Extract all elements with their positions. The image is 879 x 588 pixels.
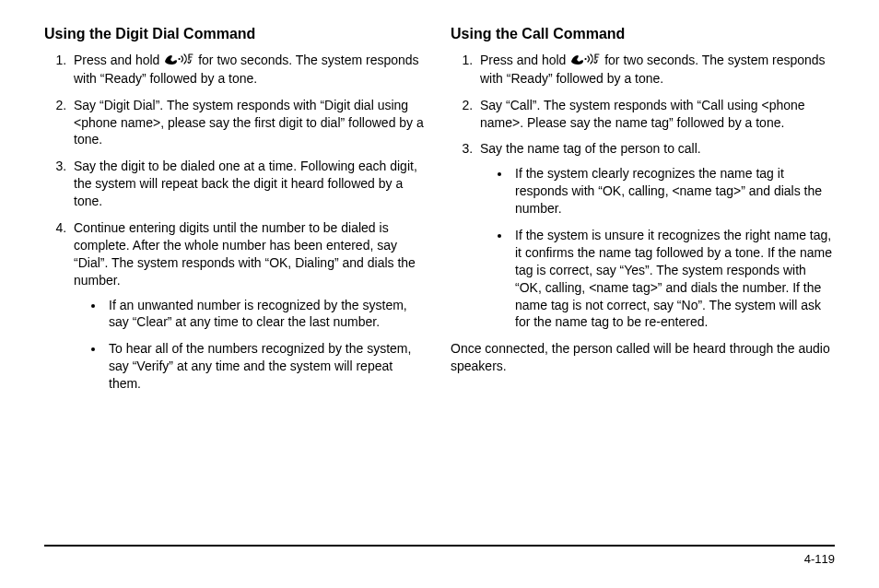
right-step-list: Press and hold for two seconds. The syst…: [451, 52, 835, 331]
phone-voice-icon: [569, 53, 601, 70]
step-text-pre: Press and hold: [480, 53, 569, 67]
list-item: Say “Digit Dial”. The system responds wi…: [70, 97, 428, 149]
outro-text: Once connected, the person called will b…: [451, 340, 835, 375]
right-column: Using the Call Command Press and hold fo…: [451, 26, 835, 402]
step-text: Continue entering digits until the numbe…: [74, 220, 416, 288]
phone-voice-icon: [163, 53, 194, 70]
list-item: Say the digit to be dialed one at a time…: [70, 158, 428, 210]
list-item: Say “Call”. The system responds with “Ca…: [476, 97, 835, 132]
manual-page: Using the Digit Dial Command Press and h…: [0, 0, 879, 588]
left-heading: Using the Digit Dial Command: [44, 26, 428, 42]
page-footer: 4-119: [44, 545, 835, 566]
list-item: If the system is unsure it recognizes th…: [511, 227, 835, 331]
list-item: If an unwanted number is recognized by t…: [105, 297, 428, 332]
list-item: Press and hold for two seconds. The syst…: [476, 52, 835, 88]
left-column: Using the Digit Dial Command Press and h…: [44, 26, 428, 402]
two-column-layout: Using the Digit Dial Command Press and h…: [44, 26, 835, 402]
sub-bullet-list: If an unwanted number is recognized by t…: [74, 297, 428, 393]
list-item: If the system clearly recognizes the nam…: [511, 165, 835, 218]
sub-bullet-list: If the system clearly recognizes the nam…: [480, 165, 835, 331]
list-item: To hear all of the numbers recognized by…: [105, 340, 428, 393]
left-step-list: Press and hold for two seconds. The syst…: [44, 52, 428, 393]
step-text: Say the name tag of the person to call.: [480, 141, 701, 156]
step-text-pre: Press and hold: [74, 53, 163, 67]
list-item: Say the name tag of the person to call. …: [476, 140, 835, 331]
right-heading: Using the Call Command: [451, 26, 835, 42]
list-item: Press and hold for two seconds. The syst…: [70, 52, 428, 88]
page-number: 4-119: [804, 552, 835, 566]
list-item: Continue entering digits until the numbe…: [70, 219, 428, 393]
